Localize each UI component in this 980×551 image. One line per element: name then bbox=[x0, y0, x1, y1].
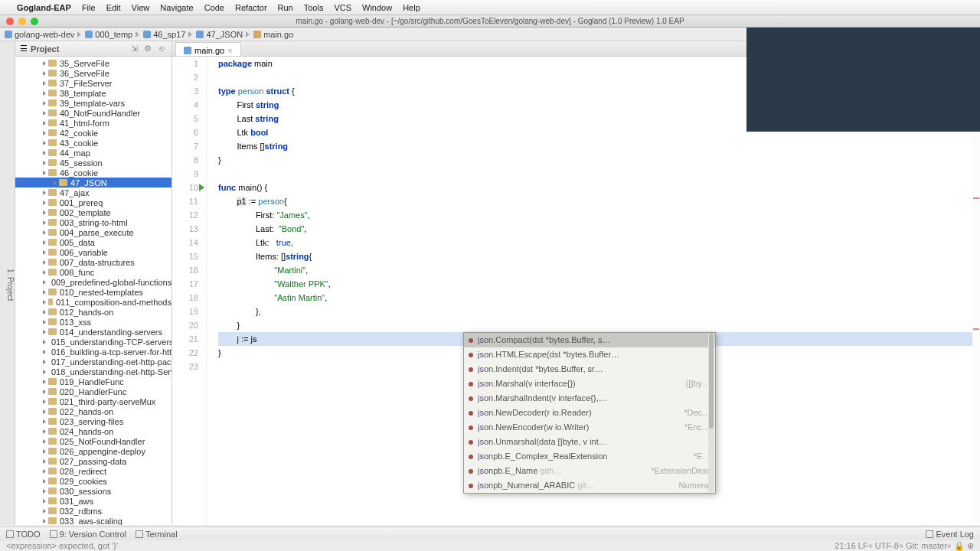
menu-tools[interactable]: Tools bbox=[304, 3, 324, 12]
tree-item[interactable]: 025_NotFoundHandler bbox=[15, 436, 172, 446]
webcam-overlay bbox=[746, 28, 980, 132]
status-terminal[interactable]: Terminal bbox=[136, 530, 178, 539]
menu-edit[interactable]: Edit bbox=[106, 3, 121, 12]
rail-project[interactable]: 1: Project bbox=[6, 269, 15, 301]
menu-help[interactable]: Help bbox=[403, 3, 420, 12]
tree-item[interactable]: 001_prereq bbox=[15, 197, 172, 207]
tree-item[interactable]: 40_NotFoundHandler bbox=[15, 108, 172, 118]
gear-icon[interactable]: ⚙ bbox=[142, 44, 153, 54]
tree-item[interactable]: 030_sessions bbox=[15, 486, 172, 496]
close-tab-icon[interactable]: × bbox=[227, 46, 232, 55]
cursor-position: 21:16 LF÷ UTF-8÷ Git: master÷ 🔒 ⊕ bbox=[835, 541, 974, 551]
tree-item[interactable]: 018_understanding-net-http-ServeMu bbox=[15, 367, 172, 377]
completion-item[interactable]: json.NewEncoder(w io.Writer)*Enc… bbox=[464, 420, 715, 435]
minimize-icon[interactable] bbox=[18, 18, 26, 25]
tree-item[interactable]: 029_cookies bbox=[15, 476, 172, 486]
run-gutter-icon[interactable] bbox=[199, 184, 204, 191]
tree-item[interactable]: 012_hands-on bbox=[15, 307, 172, 317]
tree-item[interactable]: 019_HandleFunc bbox=[15, 377, 172, 386]
menu-view[interactable]: View bbox=[132, 3, 150, 12]
tree-item[interactable]: 004_parse_execute bbox=[15, 227, 172, 237]
tree-item[interactable]: 016_building-a-tcp-server-for-http bbox=[15, 347, 172, 357]
tree-item[interactable]: 42_cookie bbox=[15, 128, 172, 138]
tree-item[interactable]: 44_map bbox=[15, 148, 172, 158]
tree-item[interactable]: 002_template bbox=[15, 207, 172, 217]
menu-run[interactable]: Run bbox=[278, 3, 293, 12]
status-todo[interactable]: TODO bbox=[6, 530, 41, 539]
tree-item[interactable]: 005_data bbox=[15, 237, 172, 247]
completion-item[interactable]: json.Unmarshal(data []byte, v int… bbox=[464, 435, 715, 449]
crumb[interactable]: 47_JSON bbox=[188, 30, 243, 39]
collapse-icon[interactable]: ⇲ bbox=[129, 44, 139, 54]
completion-item[interactable]: json.Compact(dst *bytes.Buffer, s… bbox=[464, 333, 715, 347]
tab-label: main.go bbox=[194, 46, 224, 55]
tree-item[interactable]: 006_variable bbox=[15, 247, 172, 257]
menu-window[interactable]: Window bbox=[362, 3, 392, 12]
tree-item[interactable]: 008_func bbox=[15, 267, 172, 277]
tree-item[interactable]: 033_aws-scaling bbox=[15, 516, 172, 525]
completion-item[interactable]: json.HTMLEscape(dst *bytes.Buffer… bbox=[464, 347, 715, 362]
hide-icon[interactable]: ⎋ bbox=[156, 44, 167, 54]
error-message: <expression> expected, got '}' bbox=[6, 541, 118, 550]
tree-item[interactable]: 032_rdbms bbox=[15, 506, 172, 516]
tree-item[interactable]: 007_data-structures bbox=[15, 257, 172, 267]
tree-item[interactable]: 43_cookie bbox=[15, 138, 172, 148]
completion-popup[interactable]: json.Compact(dst *bytes.Buffer, s…json.H… bbox=[463, 332, 716, 494]
tree-item[interactable]: 41_html-form bbox=[15, 118, 172, 128]
tree-item[interactable]: 39_template-vars bbox=[15, 98, 172, 108]
status-vcs[interactable]: 9: Version Control bbox=[50, 530, 126, 539]
tree-item[interactable]: 022_hands-on bbox=[15, 406, 172, 416]
tree-item[interactable]: 026_appengine-deploy bbox=[15, 446, 172, 456]
tree-item[interactable]: 45_session bbox=[15, 158, 172, 168]
tree-item[interactable]: 020_HandlerFunc bbox=[15, 386, 172, 396]
tree-item[interactable]: 47_JSON bbox=[15, 178, 172, 187]
completion-item[interactable]: json.MarshalIndent(v interface{},… bbox=[464, 391, 715, 406]
menu-app[interactable]: Gogland-EAP bbox=[17, 3, 71, 12]
tree-item[interactable]: 37_FileServer bbox=[15, 78, 172, 88]
crumb[interactable]: golang-web-dev bbox=[5, 30, 74, 39]
tree-item[interactable]: 003_string-to-html bbox=[15, 217, 172, 227]
tree-item[interactable]: 47_ajax bbox=[15, 187, 172, 197]
menu-refactor[interactable]: Refactor bbox=[235, 3, 267, 12]
tree-item[interactable]: 028_redirect bbox=[15, 466, 172, 476]
crumb[interactable]: 46_sp17 bbox=[136, 30, 185, 39]
completion-item[interactable]: jsonpb.E_Complex_RealExtension*E… bbox=[464, 449, 715, 464]
tree-item[interactable]: 36_ServeFile bbox=[15, 68, 172, 78]
project-tree[interactable]: 35_ServeFile36_ServeFile37_FileServer38_… bbox=[15, 57, 172, 525]
popup-scrollbar[interactable] bbox=[708, 334, 714, 492]
sidebar-title: Project bbox=[31, 44, 126, 54]
tree-item[interactable]: 013_xss bbox=[15, 317, 172, 327]
tree-item[interactable]: 009_predefined-global-functions bbox=[15, 277, 172, 287]
crumb[interactable]: 000_temp bbox=[77, 30, 132, 39]
tree-item[interactable]: 011_composition-and-methods bbox=[15, 297, 172, 307]
crumb[interactable]: main.go bbox=[246, 30, 293, 39]
menu-code[interactable]: Code bbox=[204, 3, 224, 12]
close-icon[interactable] bbox=[6, 18, 14, 25]
menu-file[interactable]: File bbox=[82, 3, 96, 12]
tab-main-go[interactable]: main.go × bbox=[175, 42, 241, 56]
status-eventlog[interactable]: Event Log bbox=[926, 530, 974, 539]
tree-item[interactable]: 35_ServeFile bbox=[15, 58, 172, 68]
completion-item[interactable]: jsonpb.E_Name gith…*ExtensionDesc bbox=[464, 464, 715, 478]
completion-item[interactable]: jsonpb_Numeral_ARABIC git…Numeral bbox=[464, 478, 715, 493]
folder-icon bbox=[196, 31, 204, 38]
tree-item[interactable]: 014_understanding-servers bbox=[15, 327, 172, 337]
tree-item[interactable]: 027_passing-data bbox=[15, 456, 172, 466]
tree-item[interactable]: 46_cookie bbox=[15, 168, 172, 178]
tree-item[interactable]: 017_understanding-net-http-package bbox=[15, 357, 172, 367]
completion-item[interactable]: json.NewDecoder(r io.Reader)*Dec… bbox=[464, 406, 715, 420]
tree-item[interactable]: 023_serving-files bbox=[15, 416, 172, 426]
menu-navigate[interactable]: Navigate bbox=[160, 3, 193, 12]
tree-item[interactable]: 031_aws bbox=[15, 496, 172, 506]
completion-item[interactable]: json.Indent(dst *bytes.Buffer, sr… bbox=[464, 362, 715, 377]
tree-item[interactable]: 024_hands-on bbox=[15, 426, 172, 436]
tree-item[interactable]: 015_understanding-TCP-servers bbox=[15, 337, 172, 347]
tree-item[interactable]: 010_nested-templates bbox=[15, 287, 172, 297]
zoom-icon[interactable] bbox=[31, 18, 38, 25]
tree-item[interactable]: 021_third-party-serveMux bbox=[15, 396, 172, 406]
go-file-icon bbox=[184, 47, 191, 54]
completion-item[interactable]: json.Marshal(v interface{})([]by… bbox=[464, 377, 715, 391]
menu-vcs[interactable]: VCS bbox=[334, 3, 351, 12]
tree-item[interactable]: 38_template bbox=[15, 88, 172, 98]
project-sidebar: ☰ Project ⇲ ⚙ ⎋ 35_ServeFile36_ServeFile… bbox=[15, 41, 172, 525]
